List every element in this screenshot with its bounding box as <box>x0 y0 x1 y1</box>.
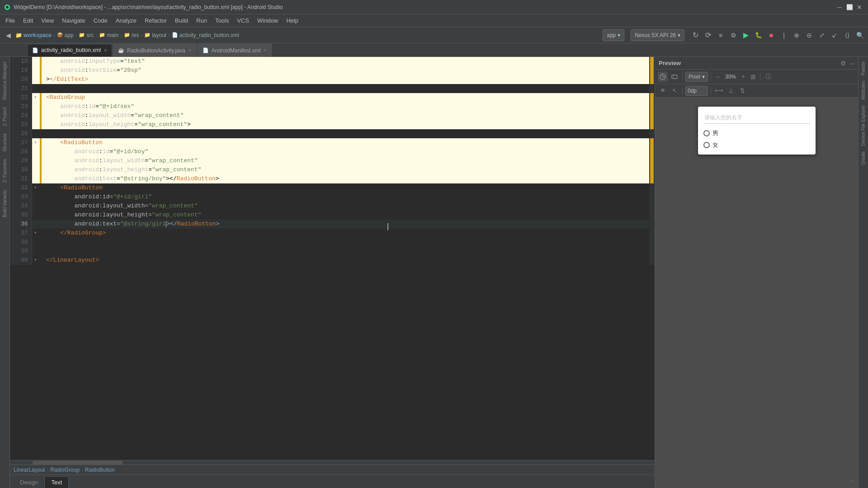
back-nav-button[interactable]: ◀ <box>3 30 14 41</box>
close-tab-manifest[interactable]: ✕ <box>263 48 267 53</box>
stop-button[interactable]: ■ <box>766 30 777 41</box>
tab-design[interactable]: Design <box>14 476 44 488</box>
menu-view[interactable]: View <box>38 16 57 25</box>
tab-manifest[interactable]: 📄 AndroidManifest.xml ✕ <box>198 44 272 56</box>
zoom-minus-button[interactable]: – <box>714 73 722 81</box>
code-line-26: 26 <box>10 129 655 138</box>
sidebar-gradle[interactable]: Gradle <box>860 149 867 168</box>
flip-button[interactable]: ⇅ <box>737 86 747 96</box>
menu-tools[interactable]: Tools <box>212 16 232 25</box>
tab-java[interactable]: ☕ RadioButtonActivity.java ✕ <box>113 44 197 56</box>
menu-edit[interactable]: Edit <box>19 16 37 25</box>
sidebar-palette[interactable]: Palette <box>860 59 867 78</box>
menu-run[interactable]: Run <box>193 16 211 25</box>
bc-linearlayout[interactable]: LinearLayout <box>14 467 45 473</box>
app-module-button[interactable]: app ▾ <box>603 29 624 41</box>
code-line-32: 32 ▾ <RadioButton <box>10 183 655 192</box>
dp-input-field[interactable]: 0dp <box>685 86 708 96</box>
window-controls: ─ ⬜ ✕ <box>836 4 863 10</box>
folder-res-icon: 📁 <box>124 32 130 38</box>
run-button[interactable]: ▶ <box>741 30 751 41</box>
close-tab-java[interactable]: ✕ <box>188 48 192 53</box>
resize-handle[interactable]: ⌟ <box>850 474 854 483</box>
zoom-plus-button[interactable]: + <box>739 73 747 81</box>
toolbar-more-5[interactable]: ↙ <box>829 30 840 41</box>
restore-button[interactable]: ⬜ <box>846 4 853 10</box>
main-area: Resource Manager 1: Project Structure 2:… <box>0 57 868 488</box>
measure-button[interactable]: ⟷ <box>714 86 724 96</box>
code-line-30: 30 android:layout_height="wrap_content" <box>10 165 655 174</box>
code-line-20: 20 ></EditText> <box>10 75 655 84</box>
tab-text[interactable]: Text <box>44 476 69 488</box>
layout-direction-button[interactable] <box>670 72 679 82</box>
radio-circle-female <box>703 142 710 148</box>
code-editor[interactable]: 18 android:inputType="text" 19 android:t… <box>10 57 655 460</box>
pan-button[interactable]: 👁 <box>658 86 668 96</box>
tab-activity-xml[interactable]: 📄 activity_radio_button.xml ✕ <box>27 44 112 56</box>
arrow-tool-button[interactable]: ↖ <box>670 86 679 96</box>
preview-toolbar-2: 👁 ↖ 0dp ⟷ ⊥ ⇅ <box>655 84 858 98</box>
zoom-fit-button[interactable]: ⊞ <box>749 73 757 81</box>
menu-navigate[interactable]: Navigate <box>58 16 89 25</box>
gradle-button[interactable]: ≡ <box>715 30 726 41</box>
toolbar-more-3[interactable]: ⊖ <box>804 30 815 41</box>
code-line-29: 29 android:layout_width="wrap_content" <box>10 156 655 165</box>
breadcrumb-file[interactable]: 📄 activity_radio_button.xml <box>172 32 239 38</box>
pixel-mode-label: Pixel <box>689 74 700 80</box>
breadcrumb-layout[interactable]: 📁 layout <box>144 32 166 38</box>
color-theme-button[interactable] <box>658 72 668 82</box>
preview-settings-button[interactable]: ⚙ <box>840 60 846 67</box>
toolbar-more-6[interactable]: ⟨⟩ <box>842 30 853 41</box>
breadcrumb-main[interactable]: 📁 main <box>99 32 118 38</box>
menu-vcs[interactable]: VCS <box>233 16 253 25</box>
sidebar-structure[interactable]: Structure <box>1 131 8 155</box>
align-button[interactable]: ⊥ <box>726 86 736 96</box>
minimize-button[interactable]: ─ <box>836 4 843 10</box>
menu-file[interactable]: File <box>2 16 19 25</box>
debug-button[interactable]: 🐛 <box>753 30 764 41</box>
breadcrumb-app[interactable]: 📦 app <box>57 32 74 38</box>
toolbar-more-2[interactable]: ⊕ <box>791 30 802 41</box>
code-line-33: 33 android:id="@+id/girl" <box>10 192 655 202</box>
menu-analyze[interactable]: Analyze <box>112 16 140 25</box>
breadcrumb-src[interactable]: 📁 src <box>79 32 94 38</box>
menu-build[interactable]: Build <box>171 16 192 25</box>
sync2-button[interactable]: ⟳ <box>703 30 713 41</box>
pixel-mode-select[interactable]: Pixel ▾ <box>685 72 708 82</box>
preview-close-button[interactable]: – <box>851 60 854 67</box>
folder-layout-icon: 📁 <box>144 32 151 38</box>
bc-radiobutton[interactable]: RadioButton <box>85 467 115 473</box>
breadcrumb-main-label: main <box>107 32 118 38</box>
editor-area[interactable]: 18 android:inputType="text" 19 android:t… <box>10 57 655 488</box>
folder-icon: 📁 <box>15 32 22 38</box>
breadcrumb-workspace[interactable]: 📁 workspace <box>15 32 52 38</box>
close-button[interactable]: ✕ <box>856 4 863 10</box>
title-text: WidgetDemo [D:\Android\workspace] - ...a… <box>14 4 836 10</box>
folder-app-icon: 📦 <box>57 32 63 38</box>
sync-button[interactable]: ↻ <box>690 30 701 41</box>
menu-refactor[interactable]: Refactor <box>141 16 170 25</box>
breadcrumb-sep-3: › <box>95 33 97 38</box>
menu-code[interactable]: Code <box>90 16 111 25</box>
close-tab-xml[interactable]: ✕ <box>104 48 107 53</box>
sidebar-build-variants[interactable]: Build Variants <box>1 187 8 220</box>
sidebar-project[interactable]: 1: Project <box>1 104 8 129</box>
toolbar-more-4[interactable]: ⤢ <box>816 30 827 41</box>
horizontal-scrollbar[interactable] <box>10 460 655 465</box>
menu-help[interactable]: Help <box>283 16 302 25</box>
device-selector-button[interactable]: Nexus 5X API 26 ▾ <box>631 29 684 41</box>
info-button[interactable]: ⓘ <box>763 72 773 82</box>
bc-radiogroup[interactable]: RadioGroup <box>50 467 80 473</box>
code-line-18: 18 android:inputType="text" <box>10 57 655 66</box>
sidebar-attributes[interactable]: Attributes <box>860 78 867 103</box>
settings-button[interactable]: ⚙ <box>728 30 739 41</box>
toolbar-more-1[interactable]: | <box>778 30 789 41</box>
device-label: Nexus 5X API 26 <box>635 32 676 38</box>
sidebar-resource-manager[interactable]: Resource Manager <box>1 59 8 103</box>
menu-window[interactable]: Window <box>254 16 282 25</box>
sidebar-device-file-explorer[interactable]: Device File Explorer <box>860 103 867 148</box>
sidebar-favorites[interactable]: 2: Favorites <box>1 156 8 185</box>
breadcrumb-res[interactable]: 📁 res <box>124 32 139 38</box>
search-everywhere-button[interactable]: 🔍 <box>854 30 865 41</box>
code-line-23: 23 android:id="@+id/sex" <box>10 102 655 111</box>
